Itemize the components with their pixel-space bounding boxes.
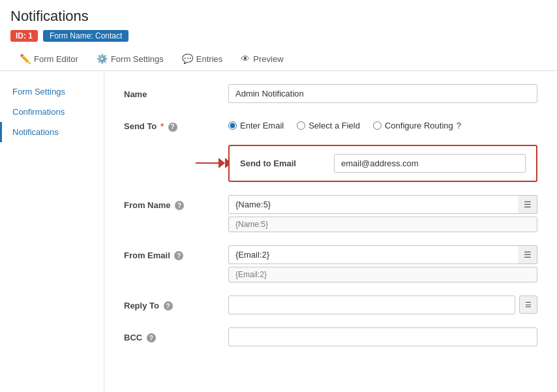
configure-routing-help-icon[interactable]: ? [457, 121, 461, 130]
name-input[interactable] [228, 84, 537, 103]
bcc-row: BCC ? [124, 327, 537, 346]
bcc-field [228, 327, 537, 346]
send-to-email-field [334, 154, 526, 173]
sidebar: Form Settings Confirmations Notification… [0, 71, 104, 392]
from-email-input-wrapper: ☰ [228, 245, 537, 264]
from-name-sub-input [228, 217, 537, 232]
radio-select-field-input[interactable] [297, 121, 305, 130]
radio-enter-email[interactable]: Enter Email [228, 121, 284, 130]
tab-form-editor[interactable]: ✏️ Form Editor [10, 48, 87, 70]
bcc-label: BCC ? [124, 327, 228, 343]
arrow-indicator [196, 158, 232, 168]
from-email-field: ☰ [228, 245, 537, 282]
page-title: Notifications [10, 8, 547, 25]
from-email-row: From Email ? ☰ [124, 245, 537, 282]
content-area: Name Send To * ? Enter Email [104, 71, 557, 392]
radio-select-field[interactable]: Select a Field [297, 121, 360, 130]
send-to-email-label: Send to Email [240, 158, 334, 168]
sidebar-item-form-settings[interactable]: Form Settings [0, 82, 104, 102]
sidebar-item-confirmations[interactable]: Confirmations [0, 102, 104, 122]
nav-tabs: ✏️ Form Editor ⚙️ Form Settings 💬 Entrie… [10, 48, 547, 70]
tab-entries[interactable]: 💬 Entries [173, 48, 232, 70]
badge-form: Form Name: Contact [43, 30, 128, 42]
radio-configure-routing[interactable]: Configure Routing ? [373, 121, 461, 130]
from-name-input-wrapper: ☰ [228, 195, 537, 214]
from-email-help-icon[interactable]: ? [174, 251, 183, 260]
from-email-label: From Email ? [124, 245, 228, 261]
tab-preview[interactable]: 👁 Preview [232, 48, 292, 70]
from-name-merge-btn[interactable]: ☰ [518, 195, 537, 214]
from-email-input[interactable] [228, 245, 537, 264]
from-name-row: From Name ? ☰ [124, 195, 537, 232]
from-name-help-icon[interactable]: ? [175, 201, 184, 210]
name-field [228, 84, 537, 103]
reply-to-help-icon[interactable]: ? [164, 301, 173, 310]
badge-row: ID: 1 Form Name: Contact [10, 30, 547, 42]
arrow-line [196, 162, 218, 164]
arrow-head [218, 158, 225, 168]
send-to-email-box: Send to Email [228, 145, 537, 182]
send-to-row: Send To * ? Enter Email Select a Field [124, 116, 537, 132]
tab-form-settings[interactable]: ⚙️ Form Settings [87, 48, 173, 70]
sidebar-item-notifications[interactable]: Notifications [0, 122, 104, 142]
radio-configure-routing-input[interactable] [373, 121, 382, 130]
reply-to-label: Reply To ? [124, 295, 228, 311]
send-to-email-input[interactable] [334, 154, 526, 173]
preview-icon: 👁 [241, 53, 250, 64]
reply-to-row: Reply To ? ☰ [124, 295, 537, 314]
name-row: Name [124, 84, 537, 103]
bcc-input[interactable] [228, 327, 537, 346]
send-to-required: * [160, 121, 164, 131]
from-name-field: ☰ [228, 195, 537, 232]
bcc-help-icon[interactable]: ? [147, 333, 156, 342]
reply-to-merge-btn[interactable]: ☰ [519, 295, 537, 314]
entries-icon: 💬 [182, 53, 193, 64]
main-layout: Form Settings Confirmations Notification… [0, 71, 557, 392]
form-settings-icon: ⚙️ [97, 53, 108, 64]
badge-id: ID: 1 [10, 30, 38, 42]
reply-to-input[interactable] [228, 295, 515, 314]
form-editor-icon: ✏️ [20, 53, 31, 64]
send-to-options: Enter Email Select a Field Configure Rou… [228, 116, 537, 130]
send-to-help-icon[interactable]: ? [168, 123, 177, 132]
send-to-label: Send To * ? [124, 116, 228, 132]
send-to-radio-group: Enter Email Select a Field Configure Rou… [228, 116, 537, 130]
page-header: Notifications ID: 1 Form Name: Contact ✏… [0, 0, 557, 71]
from-name-input[interactable] [228, 195, 537, 214]
reply-to-input-row: ☰ [228, 295, 537, 314]
from-email-merge-btn[interactable]: ☰ [518, 245, 537, 264]
from-email-sub-input [228, 267, 537, 282]
from-name-label: From Name ? [124, 195, 228, 211]
name-label: Name [124, 84, 228, 99]
reply-to-field: ☰ [228, 295, 537, 314]
radio-enter-email-input[interactable] [228, 121, 237, 130]
